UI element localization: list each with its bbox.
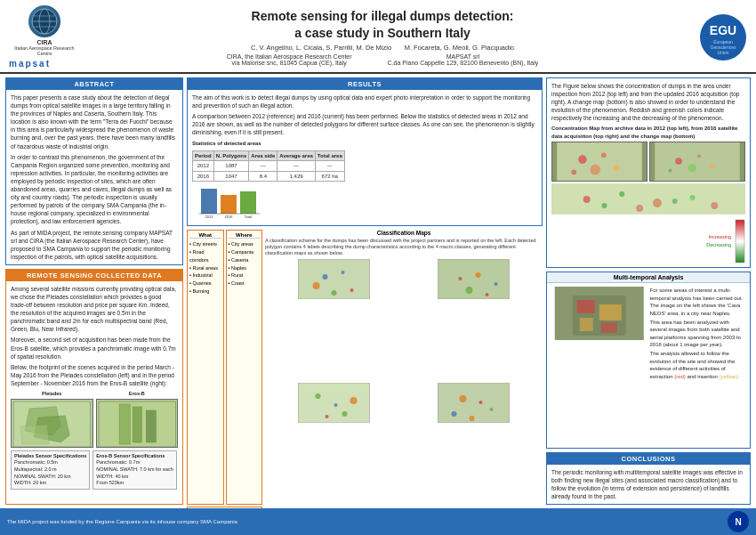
svg-point-59 [571, 170, 576, 175]
svg-rect-79 [577, 300, 595, 313]
what-where-area: What • City streets • Road corridors • R… [187, 230, 262, 505]
svg-point-37 [495, 282, 498, 286]
decreasing-label: Decreasing [706, 242, 731, 249]
concentration-maps [551, 142, 745, 182]
results-right-content: The Figure below shows the concentration… [547, 78, 750, 267]
svg-rect-76 [736, 220, 744, 263]
svg-point-36 [476, 272, 481, 278]
right-column: The Figure below shows the concentration… [546, 77, 751, 505]
svg-rect-21 [221, 195, 237, 214]
svg-point-71 [690, 195, 696, 200]
erosb-specs: Eros-B Sensor Specifications Panchromati… [92, 450, 177, 490]
cira-logo: CIRA Italian Aerospace Research Centre [9, 5, 80, 56]
classification-maps-area: Classification Maps A classification sch… [265, 230, 543, 505]
svg-rect-22 [240, 191, 256, 214]
logo-left-area: CIRA Italian Aerospace Research Centre m… [9, 5, 80, 69]
svg-rect-34 [438, 259, 510, 299]
logo-right-area: EGU European Geosciences Union [685, 13, 747, 61]
where-column: Where • City areas • Campania • Caserta … [226, 230, 263, 505]
header: CIRA Italian Aerospace Research Centre m… [0, 0, 756, 74]
svg-point-66 [688, 164, 696, 173]
results-header: RESULTS [188, 78, 542, 90]
svg-marker-13 [20, 425, 49, 444]
svg-point-31 [350, 288, 354, 292]
svg-point-60 [590, 165, 599, 174]
map-2 [405, 259, 543, 381]
col-area-side: Area side [249, 150, 277, 160]
svg-point-50 [479, 401, 483, 404]
svg-point-73 [636, 205, 643, 212]
svg-text:2012: 2012 [205, 215, 214, 219]
affil-left: CIRA, the Italian Aerospace Research Cen… [227, 53, 352, 66]
svg-point-63 [697, 155, 701, 158]
col-period: Period [193, 150, 214, 160]
affiliations: CIRA, the Italian Aerospace Research Cen… [80, 53, 685, 66]
erosb-map-area: Eros-B [96, 391, 179, 448]
svg-rect-80 [599, 304, 622, 320]
svg-point-69 [619, 191, 624, 197]
temporal-image [551, 287, 647, 380]
svg-point-28 [323, 274, 328, 280]
svg-text:EGU: EGU [710, 23, 736, 37]
erosb-map [96, 399, 179, 448]
svg-point-39 [486, 293, 489, 296]
concentration-title: Concentration Map from archive data in 2… [551, 125, 745, 140]
pleiades-label: Pleiades [11, 391, 93, 398]
abstract-header: ABSTRACT [6, 78, 182, 90]
svg-point-46 [342, 411, 348, 417]
svg-point-38 [466, 287, 473, 294]
results-right-section: The Figure below shows the concentration… [546, 77, 751, 268]
remote-sensing-header: REMOTE SENSING COLLECTED DATA [6, 270, 182, 281]
svg-point-35 [459, 277, 462, 280]
abstract-section: ABSTRACT This paper presents a case stud… [5, 77, 183, 265]
abstract-content: This paper presents a case study about t… [6, 90, 182, 264]
svg-text:Union: Union [717, 50, 728, 55]
what-column: What • City streets • Road corridors • R… [187, 230, 224, 505]
four-maps-grid [265, 259, 543, 505]
stats-title: Statistics of detected areas [192, 140, 345, 147]
svg-point-70 [653, 199, 662, 207]
svg-point-49 [460, 395, 467, 402]
conclusions-content: The periodic monitoring with multitempor… [547, 465, 750, 504]
svg-point-44 [350, 397, 358, 404]
svg-point-56 [578, 156, 587, 165]
svg-rect-41 [299, 383, 370, 423]
svg-rect-61 [655, 142, 740, 181]
erosb-label: Eros-B [96, 391, 179, 398]
svg-point-51 [452, 411, 457, 417]
where-items: • City areas • Campania • Caserta • Napl… [229, 240, 261, 288]
results-section: RESULTS The aim of this work is to detec… [187, 77, 543, 226]
svg-point-65 [669, 169, 672, 173]
svg-point-30 [313, 282, 320, 289]
col-avg-area: Average area [277, 150, 315, 160]
svg-rect-67 [551, 183, 745, 215]
col-total: Total area [315, 150, 344, 160]
svg-text:Total: Total [245, 215, 253, 219]
class-maps-title: Classification Maps [265, 230, 543, 236]
what-items: • City streets • Road corridors • Rural … [189, 240, 221, 296]
table-row: 2016 1047 8.4 1,429 672 ha [193, 171, 345, 181]
table-row: 2012 1087 — — — [193, 161, 345, 171]
poster-title: Remote sensing for illegal dumps detecti… [80, 8, 685, 40]
svg-point-72 [601, 203, 607, 208]
remote-sensing-content: Among several satellite missions current… [6, 281, 182, 493]
header-center: Remote sensing for illegal dumps detecti… [80, 8, 685, 65]
svg-rect-20 [201, 189, 217, 214]
archive-2012-map [551, 142, 647, 182]
color-scale-legend: Increasing Decreasing [551, 219, 745, 263]
svg-point-68 [583, 196, 591, 203]
cira-subtitle: CIRA Italian Aerospace Research Centre [9, 39, 80, 56]
main-content: ABSTRACT This paper presents a case stud… [0, 74, 756, 508]
footer-text: The MIDA project was funded by the Regio… [7, 519, 237, 524]
multi-temporal-section: Multi-temporal Analysis [546, 272, 751, 448]
svg-point-58 [613, 165, 620, 172]
authors: C. V. Angelino, L. Cicala, S. Parrilli, … [80, 44, 685, 52]
sensor-specs: Pleiades Sensor Specifications Panchroma… [11, 450, 178, 490]
map-4 [405, 383, 543, 505]
svg-rect-17 [133, 407, 141, 442]
svg-point-75 [711, 202, 718, 209]
multi-temporal-text: For some areas of interest a multi-tempo… [650, 287, 746, 380]
footer-logo: N [728, 511, 749, 532]
svg-rect-81 [580, 318, 593, 331]
svg-rect-82 [601, 322, 617, 333]
